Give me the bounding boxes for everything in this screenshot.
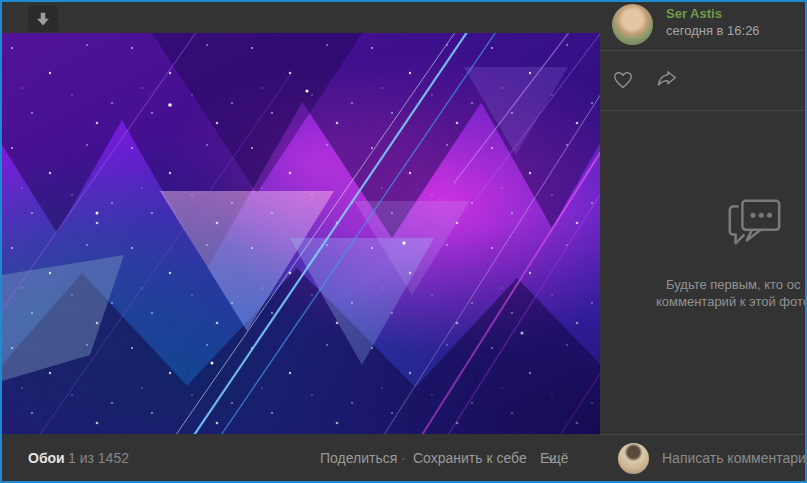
author-avatar[interactable] [612, 4, 653, 45]
share-button[interactable] [656, 69, 678, 94]
sidebar: Ser Astis сегодня в 16:26 [600, 2, 805, 481]
save-to-self-link[interactable]: Сохранить к себе [413, 450, 527, 466]
photo-viewer-window: Обои 1 из 1452 Поделиться · Сохранить к … [0, 0, 807, 483]
share-arrow-icon [656, 69, 678, 91]
photo-toolbar [2, 2, 600, 33]
download-icon [34, 10, 52, 28]
post-timestamp: сегодня в 16:26 [666, 23, 760, 38]
heart-icon [612, 69, 634, 91]
divider [600, 50, 805, 51]
photo[interactable] [2, 33, 600, 434]
more-link[interactable]: Ещё [540, 450, 555, 466]
separator: · [401, 450, 406, 466]
comments-empty-text-line1: Будьте первым, кто ос [666, 277, 800, 292]
download-button[interactable] [28, 5, 58, 32]
like-button[interactable] [612, 69, 634, 94]
divider [600, 110, 805, 111]
wallpaper-image [2, 33, 600, 434]
comments-empty-icon [723, 194, 785, 254]
current-user-avatar[interactable] [618, 443, 649, 474]
divider [600, 434, 805, 435]
photo-area: Обои 1 из 1452 Поделиться · Сохранить к … [2, 2, 600, 481]
photo-actions-bar: Обои 1 из 1452 Поделиться · Сохранить к … [2, 434, 600, 481]
photo-counter: 1 из 1452 [68, 450, 129, 466]
author-username[interactable]: Ser Astis [666, 6, 722, 21]
album-title[interactable]: Обои [28, 450, 65, 466]
share-link[interactable]: Поделиться [320, 450, 397, 466]
comment-input[interactable] [662, 445, 805, 471]
comments-empty-text-line2: комментарий к этой фото [656, 294, 805, 309]
